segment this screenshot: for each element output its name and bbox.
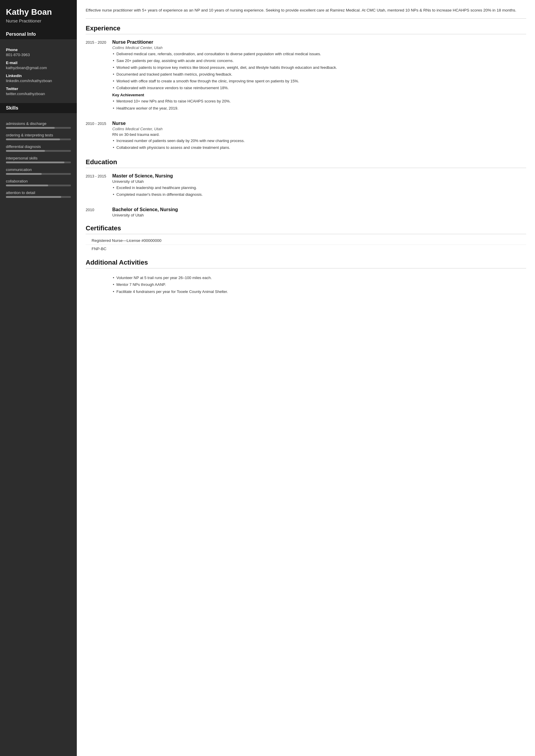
skill-name: interpersonal skills xyxy=(6,156,71,160)
contact-item: Phone801-870-3963 xyxy=(6,47,71,57)
entry-content: Nurse Collins Medical Center, Utah RN on… xyxy=(112,121,526,152)
skill-bar-fill xyxy=(6,139,60,140)
additional-bullets-list: Volunteer NP at 5 trail runs per year 26… xyxy=(112,275,526,294)
skill-bar-fill xyxy=(6,162,64,163)
sidebar-header: Kathy Boan Nurse Practitioner xyxy=(0,0,77,29)
company: Collins Medical Center, Utah xyxy=(112,45,526,50)
skill-bar-bg xyxy=(6,173,71,175)
additional-title: Additional Activities xyxy=(86,259,526,268)
skill-bar-fill xyxy=(6,185,48,186)
skill-item: differential diagnosis xyxy=(6,145,71,152)
skills-section: admissions & discharge ordering & interp… xyxy=(0,117,77,205)
skill-item: ordering & interpreting tests xyxy=(6,133,71,140)
list-item: Collaborated with insurance vendors to r… xyxy=(112,85,526,91)
list-item: Completed master's thesis in differentia… xyxy=(112,192,526,198)
additional-section: Additional Activities Volunteer NP at 5 … xyxy=(86,259,526,296)
entry-date: 2013 - 2015 xyxy=(86,173,112,199)
list-item: Delivered medical care, referrals, coord… xyxy=(112,51,526,57)
entry-description: RN on 30-bed trauma ward. xyxy=(112,132,526,137)
experience-title: Experience xyxy=(86,24,526,34)
list-item: Mentor 7 NPs through AANP. xyxy=(112,282,526,288)
education-section: Education 2013 - 2015 Master of Science,… xyxy=(86,158,526,219)
degree-title: Master of Science, Nursing xyxy=(112,173,526,179)
job-title: Nurse xyxy=(112,121,526,126)
education-entry: 2010 Bachelor of Science, Nursing Univer… xyxy=(86,204,526,219)
education-entry: 2013 - 2015 Master of Science, Nursing U… xyxy=(86,170,526,199)
skill-bar-fill xyxy=(6,127,55,129)
skill-name: differential diagnosis xyxy=(6,145,71,149)
personal-info-section: Phone801-870-3963E-mailkathyzboan@gmail.… xyxy=(0,43,77,103)
certificates-title: Certificates xyxy=(86,225,526,234)
skill-bar-fill xyxy=(6,173,42,175)
skill-item: interpersonal skills xyxy=(6,156,71,163)
main-content: Effective nurse practitioner with 5+ yea… xyxy=(77,0,535,756)
contact-item: Twittertwitter.com/kathyzboan xyxy=(6,87,71,96)
experience-entry: 2015 - 2020 Nurse Practitioner Collins M… xyxy=(86,37,526,113)
list-item: Increased number of patients seen daily … xyxy=(112,138,526,144)
entry-content: Master of Science, Nursing University of… xyxy=(112,173,526,199)
list-item: Volunteer NP at 5 trail runs per year 26… xyxy=(112,275,526,281)
list-item: Mentored 10+ new NPs and RNs to raise HC… xyxy=(112,98,526,104)
entry-date: 2015 - 2020 xyxy=(86,40,112,113)
certificates-section: Certificates Registered Nurse—License #0… xyxy=(86,225,526,253)
job-title: Nurse Practitioner xyxy=(112,40,526,45)
additional-content: Volunteer NP at 5 trail runs per year 26… xyxy=(112,274,526,296)
list-item: Facilitate 4 fundraisers per year for To… xyxy=(112,289,526,295)
skill-item: admissions & discharge xyxy=(6,122,71,129)
additional-entry: Volunteer NP at 5 trail runs per year 26… xyxy=(86,271,526,296)
sidebar: Kathy Boan Nurse Practitioner Personal I… xyxy=(0,0,77,756)
skills-header: Skills xyxy=(0,103,77,113)
list-item: Excelled in leadership and healthcare pl… xyxy=(112,185,526,191)
summary: Effective nurse practitioner with 5+ yea… xyxy=(86,7,526,19)
skill-bar-bg xyxy=(6,150,71,152)
school-name: University of Utah xyxy=(112,179,526,184)
skill-name: collaboration xyxy=(6,179,71,183)
skill-bar-fill xyxy=(6,150,45,152)
skill-bar-bg xyxy=(6,127,71,129)
skill-name: attention to detail xyxy=(6,190,71,195)
key-achievement-bullets: Mentored 10+ new NPs and RNs to raise HC… xyxy=(112,98,526,111)
key-achievement-label: Key Achievement xyxy=(112,93,526,97)
contact-label: LinkedIn xyxy=(6,73,71,78)
skill-bar-bg xyxy=(6,185,71,186)
degree-title: Bachelor of Science, Nursing xyxy=(112,207,526,212)
company: Collins Medical Center, Utah xyxy=(112,127,526,131)
contact-value: linkedin.com/in/kathyzboan xyxy=(6,79,71,83)
personal-info-header: Personal Info xyxy=(0,29,77,39)
experience-bullets: Increased number of patients seen daily … xyxy=(112,138,526,150)
contact-label: Phone xyxy=(6,47,71,52)
list-item: Healthcare worker of the year, 2019. xyxy=(112,105,526,111)
list-item: Collaborated with physicians to assess a… xyxy=(112,145,526,150)
skill-bar-fill xyxy=(6,196,61,198)
list-item: Saw 20+ patients per day, assisting with… xyxy=(112,58,526,64)
entry-date: 2010 - 2015 xyxy=(86,121,112,152)
additional-date xyxy=(86,274,112,296)
entry-content: Bachelor of Science, Nursing University … xyxy=(112,207,526,219)
skill-bar-bg xyxy=(6,162,71,163)
school-name: University of Utah xyxy=(112,213,526,217)
contact-value: kathyzboan@gmail.com xyxy=(6,66,71,70)
certificate-item: FNP-BC xyxy=(86,245,526,253)
education-title: Education xyxy=(86,158,526,168)
certificate-item: Registered Nurse—License #00000000 xyxy=(86,236,526,245)
contact-label: Twitter xyxy=(6,87,71,91)
contact-label: E-mail xyxy=(6,61,71,65)
list-item: Worked with patients to improve key metr… xyxy=(112,65,526,70)
experience-section: Experience 2015 - 2020 Nurse Practitione… xyxy=(86,24,526,152)
skill-item: collaboration xyxy=(6,179,71,186)
candidate-name: Kathy Boan xyxy=(6,7,71,17)
skill-bar-bg xyxy=(6,139,71,140)
skill-item: attention to detail xyxy=(6,190,71,198)
skill-item: communication xyxy=(6,168,71,175)
contact-value: twitter.com/kathyzboan xyxy=(6,92,71,96)
skill-bar-bg xyxy=(6,196,71,198)
list-item: Worked with office staff to create a smo… xyxy=(112,78,526,84)
skill-name: ordering & interpreting tests xyxy=(6,133,71,137)
list-item: Documented and tracked patient health me… xyxy=(112,71,526,77)
skill-name: admissions & discharge xyxy=(6,122,71,126)
entry-content: Nurse Practitioner Collins Medical Cente… xyxy=(112,40,526,113)
contact-item: LinkedInlinkedin.com/in/kathyzboan xyxy=(6,73,71,83)
education-bullets: Excelled in leadership and healthcare pl… xyxy=(112,185,526,198)
contact-item: E-mailkathyzboan@gmail.com xyxy=(6,61,71,70)
candidate-title: Nurse Practitioner xyxy=(6,18,71,23)
